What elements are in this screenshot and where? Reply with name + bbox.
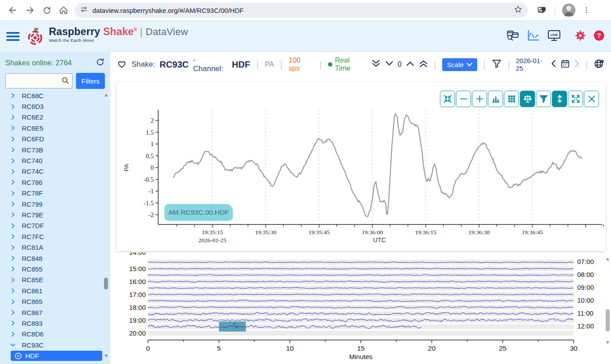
site-info-icon[interactable] <box>80 5 88 15</box>
tab-search-icon[interactable] <box>534 3 549 18</box>
sidebar-station-rc85e[interactable]: RC85E <box>0 275 103 285</box>
bookmark-star-icon[interactable] <box>514 5 523 16</box>
helicorder-scroll-up-icon[interactable]: ▲ <box>604 256 611 261</box>
helicorder-scroll-down-icon[interactable]: ▼ <box>604 340 611 345</box>
sidebar-station-rc7fc[interactable]: RC7FC <box>0 231 103 242</box>
svg-text:08:00: 08:00 <box>577 271 594 278</box>
svg-text:12:00: 12:00 <box>577 322 594 330</box>
url-text[interactable]: dataview.raspberryshake.org/#/AM/RC93C/0… <box>92 7 514 14</box>
station-label: RC7DF <box>22 222 44 229</box>
svg-text:30: 30 <box>570 344 578 352</box>
brand-dataview: DataView <box>146 26 188 37</box>
sidebar-station-rc7df[interactable]: RC7DF <box>0 220 103 231</box>
profile-avatar[interactable] <box>562 4 575 17</box>
calendar-icon[interactable] <box>560 59 570 70</box>
sidebar-station-rc68c[interactable]: RC68C <box>0 90 103 101</box>
station-list: RC68CRC6D3RC6E2RC6E5RC6FDRC73BRC740RC74C… <box>0 90 103 361</box>
offset-up-icon[interactable] <box>406 60 415 69</box>
waveform-chart-icon[interactable] <box>527 29 540 44</box>
offset-down-icon[interactable] <box>385 60 394 69</box>
sidebar-station-rc893[interactable]: RC893 <box>0 318 103 328</box>
sidebar-station-rc786[interactable]: RC786 <box>0 177 103 188</box>
helicorder-panel: 07:0015:0008:0016:0009:0017:0010:0018:00… <box>110 252 611 364</box>
brand-pipe: | <box>140 26 143 37</box>
sidebar-station-rc855[interactable]: RC855 <box>0 264 103 274</box>
helicorder-chart[interactable]: 07:0015:0008:0016:0009:0017:0010:0018:00… <box>110 252 611 364</box>
chart-toolbar-scale-balance-button[interactable] <box>520 91 535 107</box>
sidebar-station-rc93c-expanded[interactable]: RC93C <box>0 340 103 350</box>
station-label: RC6FD <box>22 135 44 143</box>
sidebar-station-rc861[interactable]: RC861 <box>0 285 103 296</box>
chart-toolbar-filter-button[interactable] <box>536 91 551 107</box>
timezone-globe-icon[interactable] <box>594 58 605 71</box>
waveform-chart[interactable]: 21.510.50-0.5-1-1.5-219:35:1519:35:3019:… <box>116 82 606 251</box>
chart-toolbar-expand-button[interactable] <box>568 91 583 107</box>
sidebar-station-rc6e5[interactable]: RC6E5 <box>0 123 103 133</box>
sidebar-station-rc78f[interactable]: RC78F <box>0 188 103 199</box>
back-icon[interactable] <box>5 3 20 18</box>
offset-double-up-icon[interactable] <box>419 59 428 70</box>
url-bar[interactable]: dataview.raspberryshake.org/#/AM/RC93C/0… <box>75 3 528 18</box>
chevron-right-icon <box>10 168 16 175</box>
chart-toolbar-compress-button[interactable] <box>440 91 455 107</box>
favorite-heart-icon[interactable] <box>116 59 127 70</box>
channel-label: - Channel: <box>193 56 228 73</box>
filters-button[interactable]: Filters <box>76 73 105 89</box>
sidebar-scroll-up-icon[interactable]: ▲ <box>103 92 109 97</box>
helicorder-scrollbar[interactable]: ▲ ▼ <box>604 256 611 345</box>
chart-toolbar-grid-button[interactable] <box>504 91 519 107</box>
chevron-right-icon <box>10 179 16 185</box>
chevron-right-icon <box>10 320 16 326</box>
sidebar-scrollbar-thumb[interactable] <box>104 278 108 289</box>
sidebar-station-rc79e[interactable]: RC79E <box>0 209 103 220</box>
svg-text:0: 0 <box>146 344 150 352</box>
station-browser-icon[interactable] <box>506 29 519 44</box>
sidebar-channel-hdf-selected[interactable]: HDF <box>11 351 102 361</box>
sidebar-station-rc8d6[interactable]: RC8D6 <box>0 329 103 340</box>
svg-text:07:00: 07:00 <box>577 258 594 265</box>
sidebar-station-rc6d3[interactable]: RC6D3 <box>0 101 103 112</box>
help-icon[interactable]: ? <box>593 30 605 43</box>
svg-text:1.5: 1.5 <box>146 129 154 136</box>
browser-menu-icon[interactable] <box>579 3 594 18</box>
chart-toolbar-histogram-button[interactable] <box>488 91 503 107</box>
svg-text:?: ? <box>597 32 601 39</box>
chart-toolbar-close-button[interactable] <box>584 91 599 107</box>
svg-text:19:00: 19:00 <box>129 316 146 324</box>
sidebar-station-rc6fd[interactable]: RC6FD <box>0 134 103 144</box>
brand-logo[interactable]: Raspberry Shake® | DataView Watch the Ea… <box>25 27 188 46</box>
station-label: RC68C <box>22 92 44 100</box>
raspberry-shake-logo-icon <box>25 27 45 46</box>
sidebar-station-rc74c[interactable]: RC74C <box>0 166 103 177</box>
home-icon[interactable] <box>56 3 71 18</box>
chart-toolbar-zoom-in-button[interactable] <box>472 91 487 107</box>
helicorder-scrollbar-thumb[interactable] <box>606 309 610 332</box>
sidebar-station-rc6e2[interactable]: RC6E2 <box>0 112 103 123</box>
chart-toolbar-v-resize-button[interactable] <box>552 91 567 107</box>
sidebar-station-rc81a[interactable]: RC81A <box>0 242 103 252</box>
chart-toolbar-zoom-out-button[interactable] <box>456 91 471 107</box>
sidebar-station-rc73b[interactable]: RC73B <box>0 144 103 155</box>
filter-funnel-icon[interactable] <box>491 58 502 71</box>
sidebar-station-rc867[interactable]: RC867 <box>0 307 103 318</box>
chevron-right-icon <box>10 233 16 240</box>
station-label: RC6D3 <box>22 103 44 110</box>
sidebar-scroll-down-icon[interactable]: ▼ <box>103 353 109 358</box>
offset-double-down-icon[interactable] <box>371 59 381 70</box>
settings-gear-icon[interactable] <box>575 30 586 43</box>
sidebar-station-rc848[interactable]: RC848 <box>0 253 103 264</box>
station-label: RC865 <box>22 298 43 305</box>
sidebar-station-rc865[interactable]: RC865 <box>0 296 103 307</box>
svg-text:19:35:15: 19:35:15 <box>202 229 223 236</box>
svg-text:0.5: 0.5 <box>146 152 154 160</box>
reload-icon[interactable] <box>39 3 54 18</box>
sidebar-station-rc740[interactable]: RC740 <box>0 155 103 166</box>
sidebar-station-rc799[interactable]: RC799 <box>0 199 103 209</box>
date-next-icon[interactable] <box>574 60 580 69</box>
refresh-icon[interactable] <box>96 57 105 68</box>
menu-hamburger-icon[interactable] <box>6 31 20 42</box>
live-monitor-icon[interactable]: LIVE <box>547 29 561 44</box>
scale-button[interactable]: Scale <box>442 58 478 71</box>
date-prev-icon[interactable] <box>551 60 556 69</box>
forward-icon[interactable] <box>22 3 37 18</box>
